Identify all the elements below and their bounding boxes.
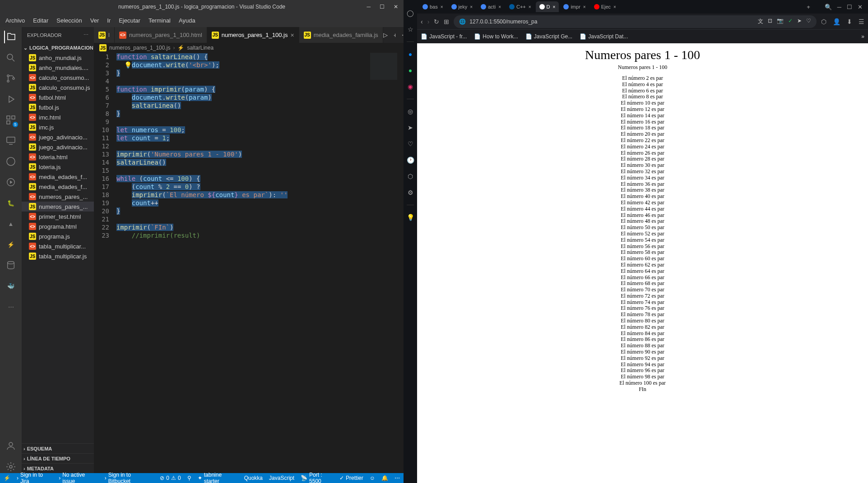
remote-icon[interactable] bbox=[5, 134, 17, 147]
file-item[interactable]: JStabla_multiplicar.js bbox=[22, 251, 94, 261]
gear-icon[interactable] bbox=[5, 460, 17, 473]
apps-icon[interactable]: ⊞ bbox=[444, 18, 449, 25]
remote-button[interactable]: ⚡ bbox=[4, 475, 10, 481]
file-item[interactable]: <>calculo_consumo... bbox=[22, 73, 94, 83]
tabnine-button[interactable]: ✦ tabnine starter bbox=[198, 472, 238, 483]
close-icon[interactable]: ✕ bbox=[858, 4, 863, 10]
bitbucket-button[interactable]: › Sign in to Bitbucket bbox=[105, 472, 154, 483]
browser-tab[interactable]: Ejec× bbox=[590, 1, 620, 12]
whatsapp-icon[interactable]: ● bbox=[406, 66, 414, 74]
close-tab-icon[interactable]: × bbox=[583, 5, 586, 9]
search-tabs-icon[interactable]: 🔍 bbox=[825, 4, 832, 10]
editor-tab[interactable]: JSnumeros_pares_1_100.js× bbox=[207, 27, 299, 43]
send-icon[interactable]: ➤ bbox=[406, 124, 414, 132]
bug-icon[interactable]: 🐛 bbox=[5, 197, 17, 209]
explorer-icon[interactable] bbox=[4, 31, 17, 43]
extensions-icon[interactable]: 5 bbox=[5, 114, 17, 126]
editor-tab[interactable]: JSmedia_edades_familia.js bbox=[299, 27, 383, 43]
bookmark-icon[interactable]: ♡ bbox=[806, 18, 811, 25]
feedback-icon[interactable]: ☺ bbox=[370, 472, 375, 483]
menu-terminal[interactable]: Terminal bbox=[145, 15, 174, 26]
bookmark-item[interactable]: 📄JavaScript Ge... bbox=[525, 33, 572, 40]
file-item[interactable]: <>primer_test.html bbox=[22, 212, 94, 221]
cube-icon[interactable]: ⬡ bbox=[406, 172, 414, 180]
editor-tab[interactable]: JSl bbox=[94, 27, 115, 43]
forward-icon[interactable]: › bbox=[427, 18, 430, 25]
ports-icon[interactable]: ⚲ bbox=[187, 475, 191, 481]
menu-ejecutar[interactable]: Ejecutar bbox=[115, 15, 144, 26]
file-item[interactable]: JSprograma.js bbox=[22, 231, 94, 241]
code-editor[interactable]: 1234567891011121314151617181920212223 fu… bbox=[94, 53, 404, 473]
file-item[interactable]: JSjuego_adivinacio... bbox=[22, 142, 94, 152]
reload-icon[interactable]: ↻ bbox=[434, 18, 439, 25]
sidebar-section[interactable]: ›ESQUEMA bbox=[22, 443, 94, 453]
account-icon[interactable] bbox=[5, 440, 17, 452]
file-item[interactable]: JSimc.js bbox=[22, 122, 94, 132]
close-tab-icon[interactable]: × bbox=[470, 5, 473, 9]
translate-icon[interactable]: 文 bbox=[758, 18, 763, 25]
menu-selección[interactable]: Selección bbox=[53, 15, 85, 26]
browser-tab[interactable]: bas× bbox=[419, 1, 447, 12]
file-item[interactable]: <>tabla_multiplicar... bbox=[22, 241, 94, 251]
more-icon[interactable]: ⋯ bbox=[84, 32, 88, 38]
opera-icon[interactable]: ◯ bbox=[406, 9, 414, 17]
file-item[interactable]: JSmedia_edades_f... bbox=[22, 182, 94, 192]
close-tab-icon[interactable]: × bbox=[553, 5, 556, 9]
port-button[interactable]: 📡 Port : 5500 bbox=[301, 472, 333, 483]
bookmark-item[interactable]: 📄How to Work... bbox=[474, 33, 518, 40]
file-item[interactable]: <>imc.html bbox=[22, 112, 94, 122]
address-bar[interactable]: 🌐 127.0.0.1:5500/numeros_pa 文 ⊡ 📷 ✓ ➤ ♡ bbox=[454, 15, 817, 28]
jira-button[interactable]: › Sign in to Jira bbox=[17, 472, 52, 483]
menu-ver[interactable]: Ver bbox=[87, 15, 103, 26]
github-icon[interactable] bbox=[5, 155, 17, 168]
bulb-icon[interactable]: 💡 bbox=[406, 213, 414, 221]
back-icon[interactable]: ‹ bbox=[421, 18, 423, 25]
messenger-icon[interactable]: ● bbox=[406, 50, 414, 58]
sidebar-section[interactable]: ›LÍNEA DE TIEMPO bbox=[22, 453, 94, 463]
reader-icon[interactable]: ⊡ bbox=[768, 18, 772, 25]
browser-tab[interactable]: C++× bbox=[506, 1, 535, 12]
editor-tab[interactable]: <>numeros_pares_1_100.html bbox=[115, 27, 207, 43]
folder-header[interactable]: ⌄ LOGICA_PROGRAMACION bbox=[22, 43, 94, 53]
thunder-icon[interactable]: ⚡ bbox=[5, 238, 17, 251]
download-icon[interactable]: ⬇ bbox=[847, 18, 852, 25]
menu-ayuda[interactable]: Ayuda bbox=[175, 15, 199, 26]
breadcrumb[interactable]: JS numeros_pares_1_100.js › ⚡ saltarLine… bbox=[94, 43, 404, 53]
browser-tab[interactable]: impr× bbox=[560, 1, 589, 12]
shield-icon[interactable]: ✓ bbox=[788, 18, 793, 25]
file-item[interactable]: JSloteria.js bbox=[22, 162, 94, 172]
file-item[interactable]: JSnumeros_pares_... bbox=[22, 202, 94, 212]
new-tab-icon[interactable]: + bbox=[807, 4, 810, 10]
file-item[interactable]: JScalculo_consumo.js bbox=[22, 83, 94, 92]
more-icon[interactable]: ⋯ bbox=[5, 300, 17, 313]
send-to-icon[interactable]: ➤ bbox=[797, 18, 802, 25]
speeddial-icon[interactable]: ◎ bbox=[406, 107, 414, 115]
azure-icon[interactable]: ▲ bbox=[5, 217, 17, 230]
camera-icon[interactable]: 📷 bbox=[777, 18, 784, 25]
source-control-icon[interactable] bbox=[5, 72, 17, 85]
live-server-icon[interactable] bbox=[5, 176, 17, 189]
close-icon[interactable]: ✕ bbox=[394, 4, 398, 10]
minimize-icon[interactable]: ─ bbox=[367, 4, 371, 10]
menu-ir[interactable]: Ir bbox=[103, 15, 114, 26]
vpn-icon[interactable]: ⬡ bbox=[821, 18, 826, 25]
docker-icon[interactable]: 🐳 bbox=[5, 280, 17, 292]
gear-icon[interactable]: ⚙ bbox=[406, 189, 414, 197]
instagram-icon[interactable]: ◉ bbox=[406, 83, 414, 91]
maximize-icon[interactable]: ☐ bbox=[847, 4, 852, 10]
browser-tab[interactable]: D× bbox=[536, 1, 559, 12]
file-item[interactable]: <>programa.html bbox=[22, 221, 94, 231]
minimize-icon[interactable]: ─ bbox=[837, 4, 841, 10]
language-button[interactable]: JavaScript bbox=[269, 472, 294, 483]
menu-editar[interactable]: Editar bbox=[29, 15, 52, 26]
close-tab-icon[interactable]: × bbox=[441, 5, 443, 9]
debug-icon[interactable] bbox=[5, 93, 17, 106]
close-tab-icon[interactable]: × bbox=[613, 5, 616, 9]
menu-icon[interactable]: ☰ bbox=[859, 18, 864, 25]
file-item[interactable]: <>loteria.html bbox=[22, 152, 94, 162]
search-icon[interactable] bbox=[5, 51, 17, 64]
file-item[interactable]: <>numeros_pares_... bbox=[22, 192, 94, 202]
heart-icon[interactable]: ♡ bbox=[406, 140, 414, 148]
browser-tab[interactable]: acti× bbox=[477, 1, 505, 12]
close-tab-icon[interactable]: × bbox=[291, 32, 294, 39]
